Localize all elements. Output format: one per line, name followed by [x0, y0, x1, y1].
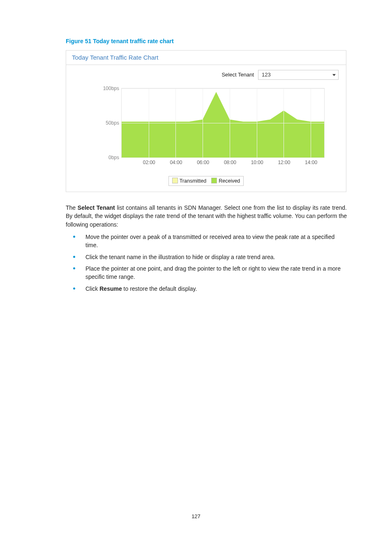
select-tenant-dropdown[interactable]: 123	[258, 70, 339, 80]
list-item: Click Resume to restore the default disp…	[66, 285, 347, 293]
square-icon	[211, 178, 217, 183]
chevron-down-icon	[332, 74, 336, 76]
select-tenant-value: 123	[262, 71, 271, 79]
y-tick-label: 100bps	[103, 85, 119, 92]
y-tick-label: 0bps	[108, 154, 119, 161]
list-item: Click the tenant name in the illustratio…	[66, 253, 347, 261]
y-tick-label: 50bps	[106, 120, 119, 127]
body-paragraph: The Select Tenant list contains all tena…	[66, 204, 347, 229]
chart[interactable]: 0bps50bps100bps02:0004:0006:0008:0010:00…	[96, 84, 333, 174]
widget-title: Today Tenant Traffic Rate Chart	[66, 51, 346, 65]
legend-received[interactable]: Received	[211, 177, 240, 185]
bullet-list: Move the pointer over a peak of a transm…	[66, 233, 347, 293]
x-tick-label: 02:00	[143, 159, 155, 166]
page-number: 127	[0, 513, 392, 521]
x-tick-label: 04:00	[170, 159, 182, 166]
x-tick-label: 10:00	[251, 159, 263, 166]
x-tick-label: 06:00	[197, 159, 209, 166]
chart-widget: Today Tenant Traffic Rate Chart Select T…	[66, 50, 346, 192]
list-item: Move the pointer over a peak of a transm…	[66, 233, 347, 250]
x-tick-label: 14:00	[305, 159, 317, 166]
x-tick-label: 12:00	[278, 159, 290, 166]
legend-transmitted[interactable]: Transmitted	[172, 177, 207, 185]
select-tenant-label: Select Tenant	[221, 71, 254, 79]
figure-caption: Figure 51 Today tenant traffic rate char…	[66, 37, 347, 45]
chart-legend: Transmitted Received	[168, 176, 244, 186]
square-icon	[172, 178, 178, 183]
x-tick-label: 08:00	[224, 159, 236, 166]
list-item: Place the pointer at one point, and drag…	[66, 264, 347, 281]
